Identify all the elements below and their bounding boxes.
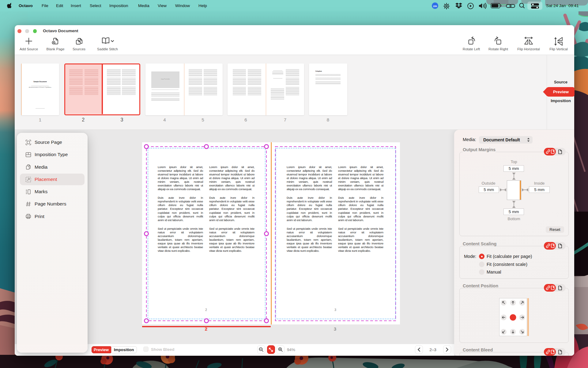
svg-text:3: 3 [334, 326, 336, 332]
svg-text:zm: zm [433, 5, 437, 8]
svg-text:2: 2 [205, 326, 207, 332]
